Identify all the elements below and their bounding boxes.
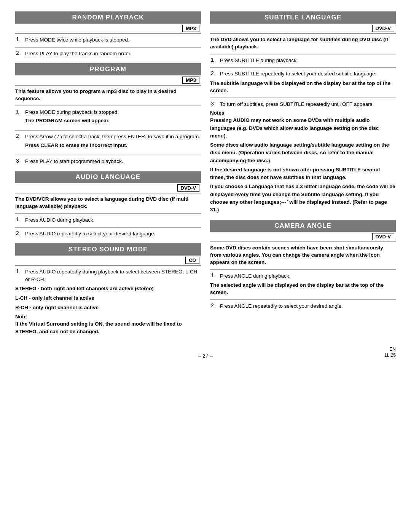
footer-page-number: – 27 – [198, 353, 213, 359]
program-badge: MP3 [182, 77, 199, 84]
subtitle-language-header: Subtitle Language [210, 11, 396, 24]
footer-code: 1L.25 [384, 353, 396, 359]
program-step-1: 1 Press MODE during playback is stopped.… [15, 109, 201, 127]
divider [210, 269, 396, 270]
stereo-note-text: If the Virtual Surround setting is ON, t… [15, 320, 201, 336]
right-column: Subtitle Language DVD-V The DVD allows y… [210, 11, 396, 342]
audio-language-badge: DVD-V [177, 184, 199, 192]
camera-angle-badge-row: DVD-V [210, 232, 396, 242]
stereo-sound-mode-badge: CD [185, 257, 199, 264]
audio-language-step-2: 2 Press AUDIO repeatedly to select your … [15, 230, 201, 238]
stereo-bold-note-2: R-CH - only right channel is active [15, 304, 201, 312]
divider [210, 299, 396, 300]
random-playback-badge-row: MP3 [15, 24, 201, 34]
random-step-1: 1 Press MODE twice while playback is sto… [15, 36, 201, 44]
camera-angle-intro: Some DVD discs contain scenes which have… [210, 244, 396, 266]
divider [15, 227, 201, 228]
random-step-1-text: Press MODE twice while playback is stopp… [25, 36, 200, 44]
subtitle-note-1: Some discs allow audio language setting/… [210, 141, 396, 165]
audio-language-step-1-text: Press AUDIO during playback. [25, 216, 200, 224]
camera-angle-step-1: 1 Press ANGLE during playback. [210, 272, 396, 280]
page-container: Random Playback MP3 1 Press MODE twice w… [15, 11, 396, 342]
random-playback-section: Random Playback MP3 1 Press MODE twice w… [15, 11, 201, 57]
program-step-2: 2 Press Arrow ( / ) to select a track, t… [15, 133, 201, 151]
program-step-3: 3 Press PLAY to start programmed playbac… [15, 158, 201, 165]
stereo-bold-note-0: STEREO - both right and left channels ar… [15, 285, 201, 292]
subtitle-language-bold-mid: The subtitle language will be displayed … [210, 80, 396, 94]
divider [210, 97, 396, 98]
divider [15, 105, 201, 106]
subtitle-step-3: 3 To turn off subtitles, press SUBTITLE … [210, 101, 396, 108]
camera-angle-step-2: 2 Press ANGLE repeatedly to select your … [210, 302, 396, 310]
divider [15, 130, 201, 131]
audio-language-header: Audio Language [15, 171, 201, 183]
subtitle-step-1: 1 Press SUBTITLE during playback. [210, 57, 396, 64]
random-step-2: 2 Press PLAY to play the tracks in rando… [15, 50, 201, 58]
divider [210, 67, 396, 68]
divider [15, 213, 201, 214]
stereo-note-label: Note [15, 314, 201, 320]
subtitle-step-1-text: Press SUBTITLE during playback. [220, 57, 395, 64]
camera-angle-step-2-text: Press ANGLE repeatedly to select your de… [220, 302, 395, 310]
audio-language-step-1: 1 Press AUDIO during playback. [15, 216, 201, 224]
camera-angle-badge: DVD-V [372, 233, 394, 240]
program-section: Program MP3 This feature allows you to p… [15, 63, 201, 165]
audio-language-badge-row: DVD-V [15, 183, 201, 193]
program-step-1-text: Press MODE during playback is stopped. [25, 109, 200, 116]
audio-language-section: Audio Language DVD-V The DVD/VCR allows … [15, 171, 201, 237]
subtitle-note-2: If the desired language is not shown aft… [210, 166, 396, 182]
subtitle-note-3: If you choose a Language that has a 3 le… [210, 183, 396, 214]
program-step-2-note: Press CLEAR to erase the incorrect input… [25, 142, 200, 149]
subtitle-step-2-text: Press SUBTITLE repeatedly to select your… [220, 70, 395, 78]
subtitle-language-badge: DVD-V [372, 25, 394, 32]
page-footer: – 27 – EN 1L.25 [15, 353, 396, 359]
subtitle-language-section: Subtitle Language DVD-V The DVD allows y… [210, 11, 396, 214]
subtitle-step-2: 2 Press SUBTITLE repeatedly to select yo… [210, 70, 396, 78]
subtitle-note-0: Pressing AUDIO may not work on some DVDs… [210, 117, 396, 140]
camera-angle-header: Camera Angle [210, 220, 396, 232]
program-badge-row: MP3 [15, 75, 201, 86]
subtitle-notes-label: Notes [210, 110, 396, 116]
audio-language-step-2-text: Press AUDIO repeatedly to select your de… [25, 230, 200, 238]
camera-angle-step-1-text: Press ANGLE during playback. [220, 272, 395, 280]
footer-lang: EN [384, 347, 396, 353]
audio-language-intro: The DVD/VCR allows you to select a langu… [15, 196, 201, 210]
divider [210, 54, 396, 54]
footer-version: EN 1L.25 [384, 347, 396, 358]
program-header: Program [15, 63, 201, 75]
random-step-2-text: Press PLAY to play the tracks in random … [25, 50, 200, 58]
random-playback-badge: MP3 [182, 25, 199, 32]
stereo-bold-note-1: L-CH - only left channel is active [15, 295, 201, 302]
program-intro: This feature allows you to program a mp3… [15, 88, 201, 102]
stereo-step-1-text: Press AUDIO repeatedly during playback t… [25, 268, 200, 283]
program-step-3-text: Press PLAY to start programmed playback. [25, 158, 200, 165]
program-step-2-text: Press Arrow ( / ) to select a track, the… [25, 133, 200, 141]
subtitle-step-3-text: To turn off subtitles, press SUBTITLE re… [220, 101, 395, 108]
stereo-sound-mode-badge-row: CD [15, 256, 201, 266]
divider [15, 47, 201, 48]
stereo-sound-mode-header: Stereo Sound Mode [15, 243, 201, 256]
stereo-step-1: 1 Press AUDIO repeatedly during playback… [15, 268, 201, 283]
random-playback-header: Random Playback [15, 11, 201, 24]
camera-angle-bold-mid: The selected angle will be displayed on … [210, 282, 396, 296]
program-step-1-note: The PROGRAM screen will appear. [25, 117, 200, 125]
camera-angle-section: Camera Angle DVD-V Some DVD discs contai… [210, 220, 396, 310]
left-column: Random Playback MP3 1 Press MODE twice w… [15, 11, 201, 342]
subtitle-language-badge-row: DVD-V [210, 24, 396, 34]
stereo-sound-mode-section: Stereo Sound Mode CD 1 Press AUDIO repea… [15, 243, 201, 335]
subtitle-language-intro: The DVD allows you to select a language … [210, 36, 396, 51]
divider [15, 155, 201, 155]
